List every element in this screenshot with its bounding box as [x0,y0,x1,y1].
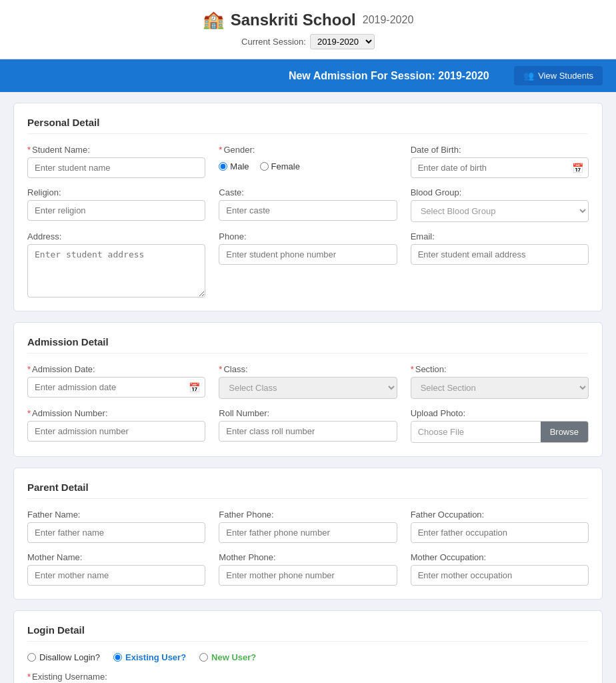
section-group: *Section: Select Section [411,364,589,399]
religion-label: Religion: [27,187,205,197]
father-name-group: Father Name: [27,510,205,543]
login-detail-title: Login Detail [27,624,589,642]
top-bar-title: New Admission For Session: 2019-2020 [264,70,515,82]
caste-input[interactable] [219,200,397,221]
current-session-label: Current Session: [241,37,306,47]
father-occupation-label: Father Occupation: [411,510,589,520]
users-icon: 👥 [523,71,534,81]
gender-male-text: Male [230,161,249,171]
gender-female-text: Female [271,161,300,171]
session-year: 2019-2020 [363,14,414,26]
admission-detail-section: Admission Detail *Admission Date: 📅 *Cla… [13,322,603,457]
address-label: Address: [27,231,205,241]
admission-number-label: *Admission Number: [27,408,205,418]
address-group: Address: [27,231,205,297]
gender-male-option[interactable]: Male [219,161,249,171]
email-group: Email: [411,231,589,297]
view-students-label: View Students [538,71,593,81]
mother-occupation-input[interactable] [411,565,589,586]
phone-group: Phone: [219,231,397,297]
student-name-label: *Student Name: [27,145,205,155]
mother-phone-group: Mother Phone: [219,552,397,586]
father-phone-label: Father Phone: [219,510,397,520]
dob-label: Date of Birth: [411,145,589,155]
admission-date-group: *Admission Date: 📅 [27,364,205,399]
mother-name-label: Mother Name: [27,552,205,562]
admission-calendar-icon[interactable]: 📅 [189,382,200,393]
existing-user-radio[interactable] [113,653,122,662]
email-label: Email: [411,231,589,241]
gender-female-option[interactable]: Female [260,161,300,171]
roll-number-label: Roll Number: [219,408,397,418]
dob-input[interactable] [411,157,589,178]
email-input[interactable] [411,244,589,265]
mother-phone-input[interactable] [219,565,397,586]
mother-name-group: Mother Name: [27,552,205,586]
caste-label: Caste: [219,187,397,197]
address-input[interactable] [27,244,205,297]
new-user-text: New User? [211,652,256,662]
section-select[interactable]: Select Section [411,377,589,399]
father-occupation-group: Father Occupation: [411,510,589,543]
admission-number-input[interactable] [27,421,205,442]
gender-female-radio[interactable] [260,162,269,171]
gender-male-radio[interactable] [219,162,227,171]
phone-label: Phone: [219,231,397,241]
parent-detail-section: Parent Detail Father Name: Father Phone:… [13,468,603,600]
school-icon: 🏫 [203,9,224,30]
disallow-login-option[interactable]: Disallow Login? [27,652,100,662]
class-select[interactable]: Select Class [219,377,397,399]
class-label: *Class: [219,364,397,374]
gender-label: *Gender: [219,145,397,155]
school-title: 🏫 Sanskriti School 2019-2020 [13,9,603,30]
blood-group-label: Blood Group: [411,187,589,197]
personal-detail-section: Personal Detail *Student Name: *Gender: … [13,103,603,311]
existing-username-group: *Existing Username: [27,672,214,683]
gender-group: *Gender: Male Female [219,145,397,178]
student-name-input[interactable] [27,157,205,178]
father-phone-group: Father Phone: [219,510,397,543]
disallow-login-text: Disallow Login? [39,652,100,662]
browse-button[interactable]: Browse [541,422,588,442]
calendar-icon[interactable]: 📅 [572,163,583,173]
view-students-button[interactable]: 👥 View Students [514,66,603,85]
existing-user-option[interactable]: Existing User? [113,652,186,662]
new-user-option[interactable]: New User? [199,652,256,662]
class-group: *Class: Select Class [219,364,397,399]
religion-group: Religion: [27,187,205,222]
roll-number-group: Roll Number: [219,408,397,443]
login-detail-section: Login Detail Disallow Login? Existing Us… [13,610,603,683]
choose-file-text: Choose File [411,422,541,442]
student-name-group: *Student Name: [27,145,205,178]
upload-photo-group: Upload Photo: Choose File Browse [411,408,589,443]
mother-occupation-label: Mother Occupation: [411,552,589,562]
father-name-input[interactable] [27,522,205,543]
dob-group: Date of Birth: 📅 [411,145,589,178]
mother-phone-label: Mother Phone: [219,552,397,562]
father-phone-input[interactable] [219,522,397,543]
existing-user-text: Existing User? [125,652,186,662]
new-user-radio[interactable] [199,653,208,662]
section-label: *Section: [411,364,589,374]
religion-input[interactable] [27,200,205,221]
father-name-label: Father Name: [27,510,205,520]
mother-name-input[interactable] [27,565,205,586]
admission-date-label: *Admission Date: [27,364,205,374]
blood-group-group: Blood Group: Select Blood Group A+A-B+B-… [411,187,589,222]
mother-occupation-group: Mother Occupation: [411,552,589,586]
admission-detail-title: Admission Detail [27,336,589,354]
phone-input[interactable] [219,244,397,265]
roll-number-input[interactable] [219,421,397,442]
session-select[interactable]: 2019-2020 [310,34,375,49]
parent-detail-title: Parent Detail [27,482,589,499]
father-occupation-input[interactable] [411,522,589,543]
blood-group-select[interactable]: Select Blood Group A+A-B+B- O+O-AB+AB- [411,200,589,222]
school-name: Sanskriti School [231,11,356,29]
upload-photo-label: Upload Photo: [411,408,589,418]
admission-number-group: *Admission Number: [27,408,205,443]
disallow-login-radio[interactable] [27,653,36,662]
header: 🏫 Sanskriti School 2019-2020 Current Ses… [0,0,616,92]
caste-group: Caste: [219,187,397,222]
personal-detail-title: Personal Detail [27,117,589,134]
admission-date-input[interactable] [27,377,205,398]
